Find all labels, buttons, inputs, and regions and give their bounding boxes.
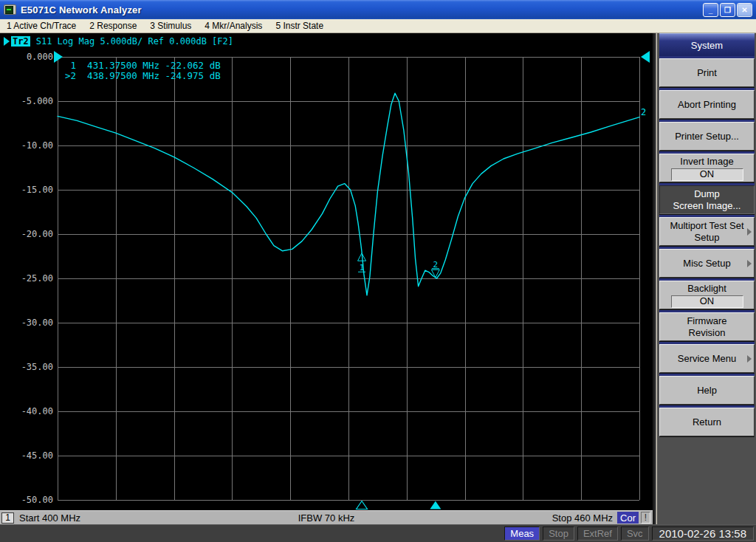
- marker-1-stimulus-triangle-icon[interactable]: [357, 501, 368, 510]
- status-indicator-stop: Stop: [543, 526, 574, 541]
- status-bar: MeasStopExtRefSvc2010-02-26 13:58: [0, 524, 756, 542]
- y-axis-tick-label: -45.00: [21, 450, 53, 461]
- softkey-firmware-revision[interactable]: FirmwareRevision: [659, 312, 755, 341]
- y-axis-tick-label: -5.000: [21, 96, 53, 106]
- marker-readout-row: >2 438.97500 MHz -24.975 dB: [65, 70, 221, 81]
- softkey-dump-screen-image[interactable]: DumpScreen Image...: [659, 185, 755, 214]
- softkey-label: Print: [697, 67, 717, 79]
- channel-status-bar: 1 IFBW 70 kHz Start 400 MHz Stop 460 MHz…: [0, 510, 653, 524]
- softkey-label: Service Menu: [678, 353, 736, 365]
- menu-item-1-active-ch-trace[interactable]: 1 Active Ch/Trace: [0, 19, 83, 32]
- softkey-abort-printing[interactable]: Abort Printing: [659, 90, 755, 119]
- status-indicator-meas: Meas: [504, 526, 540, 541]
- softkey-print[interactable]: Print: [659, 58, 755, 87]
- menu-item-4-mkr-analysis[interactable]: 4 Mkr/Analysis: [198, 19, 269, 32]
- menu-item-3-stimulus[interactable]: 3 Stimulus: [143, 19, 198, 32]
- marker-2-stimulus-triangle-icon[interactable]: [430, 501, 441, 510]
- window-title: E5071C Network Analyzer: [21, 4, 142, 16]
- softkey-label: Multiport Test Set: [670, 220, 743, 232]
- close-button[interactable]: ✕: [737, 3, 752, 17]
- marker-number-label: 2: [433, 260, 439, 270]
- softkey-label: Revision: [689, 327, 726, 339]
- y-axis-tick-label: 0.000: [27, 52, 53, 62]
- y-axis-tick-label: -50.00: [21, 495, 53, 505]
- reference-level-pointer-right-icon: [641, 51, 650, 63]
- softkey-help[interactable]: Help: [659, 376, 755, 405]
- minimize-button[interactable]: _: [703, 3, 718, 17]
- plot-display: Tr2 S11 Log Mag 5.000dB/ Ref 0.000dB [F2…: [0, 33, 653, 510]
- app-icon: [4, 4, 16, 15]
- softkey-service-menu[interactable]: Service Menu: [659, 344, 755, 373]
- active-trace-pointer-icon: [4, 37, 10, 46]
- menu-item-2-response[interactable]: 2 Response: [83, 19, 143, 32]
- submenu-arrow-icon: [747, 228, 752, 236]
- softkey-label: Dump: [694, 188, 720, 200]
- softkey-label: Invert Image: [680, 156, 733, 168]
- submenu-arrow-icon: [747, 260, 752, 267]
- softkey-toggle-state: ON: [671, 168, 743, 181]
- softkey-invert-image[interactable]: Invert ImageON: [659, 154, 755, 182]
- main-region: Tr2 S11 Log Mag 5.000dB/ Ref 0.000dB [F2…: [0, 33, 756, 524]
- y-axis-tick-label: -25.00: [21, 273, 53, 284]
- softkey-label: Firmware: [687, 315, 726, 327]
- y-axis-tick-label: -40.00: [21, 406, 53, 416]
- softkey-panel: System PrintAbort PrintingPrinter Setup.…: [653, 33, 756, 524]
- softkey-backlight[interactable]: BacklightON: [659, 281, 755, 309]
- softkey-list: PrintAbort PrintingPrinter Setup...Inver…: [659, 58, 755, 436]
- menubar: 1 Active Ch/Trace2 Response3 Stimulus4 M…: [0, 19, 756, 33]
- softkey-label: Misc Setup: [683, 258, 730, 270]
- trace-name-chip[interactable]: Tr2: [11, 36, 30, 47]
- submenu-arrow-icon: [747, 355, 752, 363]
- softkey-toggle-state: ON: [671, 295, 743, 308]
- softkey-label: Screen Image...: [673, 200, 741, 212]
- trace-settings-text: S11 Log Mag 5.000dB/ Ref 0.000dB [F2]: [36, 36, 233, 47]
- softkey-return[interactable]: Return: [659, 408, 755, 436]
- status-indicator-extref: ExtRef: [577, 526, 618, 541]
- trace-header: Tr2 S11 Log Mag 5.000dB/ Ref 0.000dB [F2…: [4, 36, 233, 47]
- restore-button[interactable]: ❐: [720, 3, 735, 17]
- y-axis-tick-label: -35.00: [21, 362, 53, 372]
- s11-plot: 0.000-5.000-10.00-15.00-20.00-25.00-30.0…: [0, 33, 653, 510]
- window-controls: _❐✕: [703, 3, 752, 17]
- softkey-multiport-test-set-setup[interactable]: Multiport Test SetSetup: [659, 217, 755, 246]
- menu-item-5-instr-state[interactable]: 5 Instr State: [269, 19, 330, 32]
- softkey-menu-title: System: [659, 33, 755, 57]
- datetime-display: 2010-02-26 13:58: [652, 526, 754, 541]
- y-axis-tick-label: -30.00: [21, 318, 53, 328]
- softkey-label: Return: [693, 416, 721, 428]
- y-axis-tick-label: -15.00: [21, 185, 53, 195]
- softkey-label: Setup: [695, 232, 720, 244]
- marker-number-label: 1: [360, 263, 365, 272]
- y-axis-tick-label: -10.00: [21, 140, 53, 151]
- y-axis-tick-label: -20.00: [21, 229, 53, 239]
- status-indicator-svc: Svc: [621, 526, 649, 541]
- softkey-misc-setup[interactable]: Misc Setup: [659, 249, 755, 278]
- marker-2-glyph[interactable]: 2: [431, 260, 439, 278]
- window-titlebar[interactable]: E5071C Network Analyzer _❐✕: [0, 0, 756, 19]
- softkey-label: Help: [697, 385, 717, 397]
- trace-number-label: 2: [641, 107, 646, 117]
- instrument-display-column: Tr2 S11 Log Mag 5.000dB/ Ref 0.000dB [F2…: [0, 33, 653, 524]
- ifbw-label: IFBW 70 kHz: [0, 512, 653, 524]
- grid-lines: [58, 57, 640, 501]
- softkey-label: Abort Printing: [678, 99, 736, 111]
- softkey-label: Backlight: [687, 283, 726, 295]
- softkey-label: Printer Setup...: [675, 131, 739, 143]
- softkey-printer-setup[interactable]: Printer Setup...: [659, 122, 755, 151]
